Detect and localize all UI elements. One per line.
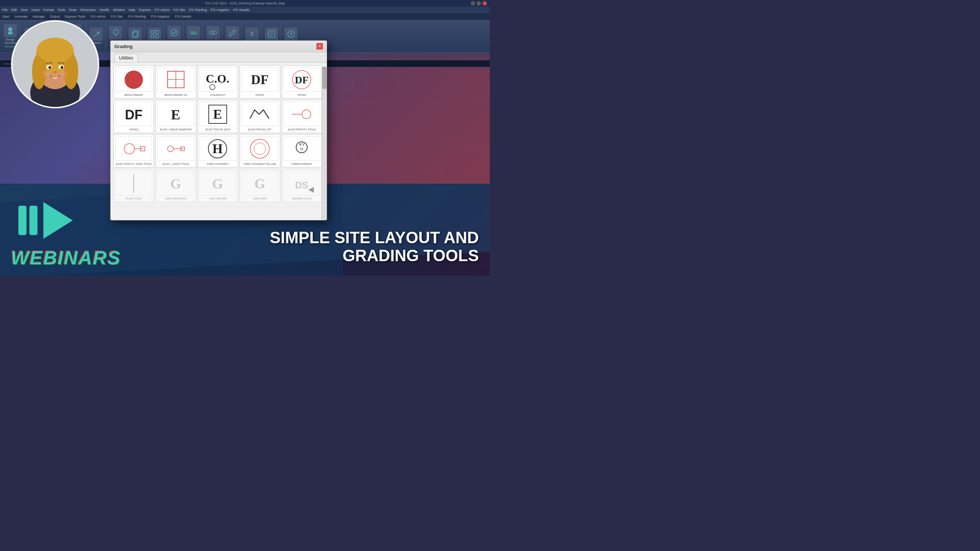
menu-fx-details[interactable]: F/X Details [233, 8, 250, 12]
utility-grade-ds-01[interactable]: DS GRADE-DS-01 [282, 169, 322, 202]
main-title: SIMPLE SITE LAYOUT AND GRADING TOOLS [270, 229, 479, 265]
elec-box-icon: E [199, 102, 236, 126]
sub-express[interactable]: Express Tools [65, 15, 86, 18]
array-button[interactable] [148, 27, 161, 41]
utility-gas-pipe[interactable]: G GAS PIPE [240, 169, 280, 202]
close-button[interactable]: × [482, 1, 487, 5]
dialog-close-button[interactable]: × [317, 43, 323, 49]
site-callouts-button[interactable]: C [109, 26, 123, 39]
menu-fx-irrigation[interactable]: F/X Irrigation [210, 8, 230, 12]
sub-output[interactable]: Output [50, 15, 60, 18]
menu-view[interactable]: View [21, 8, 27, 12]
dialog-title: Grading [114, 44, 133, 49]
utility-elec-box[interactable]: E ELECTRICAL BOX [198, 100, 238, 133]
gas-manhole-label: GAS MANHOLE [165, 197, 187, 200]
menu-tools[interactable]: Tools [57, 8, 65, 12]
copy-button[interactable] [129, 27, 142, 41]
svg-text:E: E [171, 107, 180, 122]
sub-fx-irrigation[interactable]: F/X Irrigation [151, 15, 170, 18]
df002-icon: DF [284, 67, 320, 92]
sub-fx-admin[interactable]: F/X Admin [91, 15, 106, 18]
svg-point-67 [124, 144, 135, 154]
dialog-tab-utilities[interactable]: Utilities [114, 54, 138, 62]
dialog-tabs: Utilities [111, 52, 327, 62]
utility-light-pole[interactable]: ELEC_LIGHT POLE [156, 135, 196, 167]
utility-gas-meter[interactable]: G GAS METER [198, 169, 238, 202]
utility-elec-cable[interactable]: E ELEC CABLE MARKER [156, 100, 196, 133]
cleanout-icon: C.O. [199, 67, 236, 92]
elec-pit-icon [242, 102, 278, 126]
menu-format[interactable]: Format [43, 8, 54, 12]
main-title-line1: SIMPLE SITE LAYOUT AND [270, 229, 479, 246]
menu-express[interactable]: Express [139, 8, 151, 12]
menu-window[interactable]: Window [113, 8, 125, 12]
highlight-button[interactable]: H [187, 26, 200, 39]
svg-point-51 [43, 70, 49, 76]
sub-manage[interactable]: Manage [33, 15, 45, 18]
sub-annotate[interactable]: Annotate [14, 15, 27, 18]
utility-benchmark-01[interactable]: BENCHMARK-01 [156, 65, 196, 98]
menu-help[interactable]: Help [129, 8, 135, 12]
utility-benchmark[interactable]: BENCHMARK [113, 65, 154, 98]
menu-modify[interactable]: Modify [100, 8, 110, 12]
fire-hydrant-pillar-label: FIRE HYDRANT PILLAR [243, 162, 276, 166]
menu-fx-planting[interactable]: F/X Planting [189, 8, 207, 12]
total-button[interactable]: Σ [245, 27, 259, 41]
menu-draw[interactable]: Draw [69, 8, 76, 12]
gas-manhole-icon: G [157, 171, 194, 195]
menu-fx-admin[interactable]: F/X Admin [155, 8, 170, 12]
minimize-button[interactable]: _ [471, 1, 475, 5]
stay-pole-label: ELECTRICITY STAY POLE [116, 162, 152, 166]
df002-label: DF002 [298, 93, 307, 97]
elec-cable-label: ELEC CABLE MARKER [160, 128, 192, 131]
window-controls[interactable]: _ □ × [471, 1, 487, 5]
grading-dialog: Grading × Utilities BENCHMARK [110, 40, 327, 221]
svg-point-57 [210, 84, 215, 90]
sub-start[interactable]: Start [2, 15, 9, 18]
utility-elec-pit[interactable]: ELECTRICAL PIT [240, 100, 280, 133]
sub-fx-planting[interactable]: F/X Planting [128, 15, 146, 18]
elec-pole-icon [284, 102, 320, 126]
menu-insert[interactable]: Insert [31, 8, 40, 12]
utility-gas-manhole[interactable]: G GAS MANHOLE [156, 169, 196, 202]
maximize-button[interactable]: □ [477, 1, 481, 5]
edit-button[interactable] [226, 26, 239, 39]
benchmark-label: BENCHMARK [124, 93, 143, 97]
utility-cleanout[interactable]: C.O. CLEANOUT [198, 65, 238, 98]
utility-elec-pole[interactable]: ELECTRICITY POLE [282, 100, 322, 133]
clone-button[interactable] [207, 26, 220, 39]
menu-fx-site[interactable]: F/X Site [173, 8, 185, 12]
title-bar: F/X CAD 2024 - 2023_Working Drawing Impe… [0, 0, 490, 6]
utility-fire-hydrant[interactable]: H FIRE HYDRANT [198, 135, 238, 167]
utility-df002[interactable]: DF DF002 [282, 65, 322, 98]
sub-fx-details[interactable]: F/X Details [175, 15, 191, 18]
elec-box-label: ELECTRICAL BOX [205, 128, 231, 131]
sub-fx-site[interactable]: F/X Site [111, 15, 123, 18]
menu-dimension[interactable]: Dimension [80, 8, 96, 12]
help-button[interactable]: ? [285, 27, 298, 41]
play-triangle-icon [43, 202, 73, 239]
utility-grid: BENCHMARK BENCHMARK-01 C.O. [113, 65, 324, 202]
app-title: F/X CAD 2024 - 2023_Working Drawing Impe… [205, 2, 285, 5]
utility-firehydrant[interactable]: ✕ Y D FIREHYDRANT [282, 135, 322, 167]
utility-flag-pole[interactable]: FLAG POLE [113, 169, 154, 202]
dialog-titlebar: Grading × [111, 41, 327, 52]
firehydrant-label: FIREHYDRANT [291, 162, 312, 166]
gas-meter-icon: G [199, 171, 236, 195]
fire-hydrant-pillar-icon [242, 136, 278, 161]
gas-pipe-icon: G [242, 171, 278, 195]
menu-edit[interactable]: Edit [11, 8, 17, 12]
scrollbar-thumb[interactable] [322, 67, 327, 89]
utility-df003[interactable]: DF DF003 [113, 100, 154, 133]
svg-rect-20 [151, 35, 154, 38]
utility-stay-pole[interactable]: ELECTRICITY STAY POLE [113, 135, 154, 167]
svg-text:DS: DS [295, 179, 308, 191]
benchmark-01-icon [157, 67, 194, 92]
verify-button[interactable] [167, 26, 181, 39]
utility-fire-hydrant-pillar[interactable]: FIRE HYDRANT PILLAR [240, 135, 280, 167]
refnotes-button[interactable] [265, 27, 278, 41]
benchmark-01-label: BENCHMARK-01 [164, 93, 188, 97]
menu-file[interactable]: File [2, 8, 8, 12]
utility-df001[interactable]: DF DF001 [240, 65, 280, 98]
svg-text:?: ? [290, 32, 293, 37]
